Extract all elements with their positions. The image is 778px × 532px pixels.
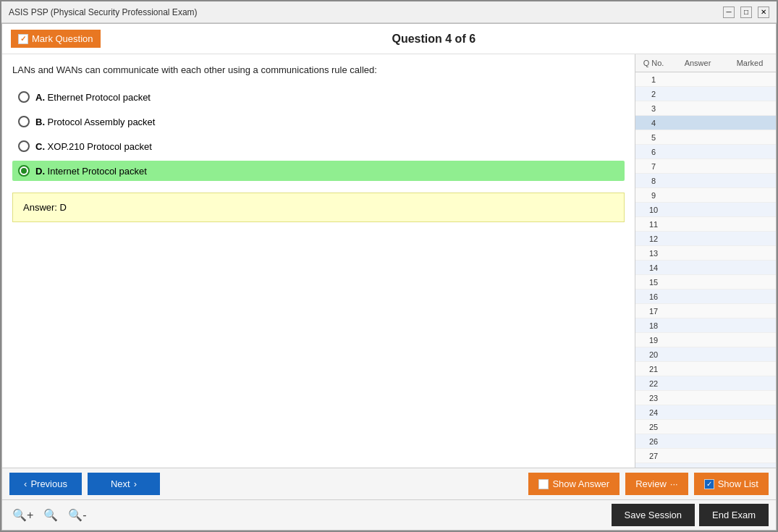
end-exam-button[interactable]: End Exam [699,504,769,526]
q-num: 1 [635,75,672,84]
save-session-button[interactable]: Save Session [612,504,695,526]
table-row[interactable]: 19 [635,333,776,347]
next-label: Next [111,478,130,489]
table-row[interactable]: 7 [635,159,776,174]
option-c[interactable]: C. XOP.210 Protocol packet [12,136,625,156]
zoom-out-button[interactable]: 🔍- [65,507,89,523]
table-row[interactable]: 22 [635,376,776,391]
table-row[interactable]: 26 [635,434,776,449]
question-text: LANs and WANs can communicate with each … [12,64,625,75]
table-row[interactable]: 11 [635,217,776,232]
q-num: 9 [635,191,672,200]
q-num: 23 [635,394,672,402]
table-row[interactable]: 16 [635,290,776,304]
option-a[interactable]: A. Ethernet Protocol packet [12,87,625,107]
answer-text: Answer: D [23,202,67,213]
table-row[interactable]: 4 [635,116,776,130]
window-title: ASIS PSP (Physical Security Professional… [9,7,198,17]
mark-question-button[interactable]: Mark Question [11,30,101,48]
q-num: 16 [635,292,672,301]
table-row[interactable]: 20 [635,347,776,362]
mark-question-label: Mark Question [32,33,93,44]
q-num: 25 [635,423,672,431]
show-list-button[interactable]: Show List [694,473,769,495]
option-d-text: D. Internet Protocol packet [35,166,147,177]
q-num: 19 [635,336,672,345]
show-list-label: Show List [718,478,758,489]
table-row[interactable]: 3 [635,101,776,116]
table-row[interactable]: 24 [635,405,776,420]
zoom-in-button[interactable]: 🔍+ [9,507,36,523]
title-bar: ASIS PSP (Physical Security Professional… [1,1,777,23]
table-row[interactable]: 9 [635,188,776,203]
mark-checkbox-icon [18,34,28,44]
close-button[interactable]: ✕ [758,7,769,18]
table-row[interactable]: 13 [635,246,776,261]
table-row[interactable]: 27 [635,449,776,463]
maximize-button[interactable]: □ [740,7,752,18]
header-qno: Q No. [635,57,672,69]
next-chevron-icon: › [134,478,137,489]
review-button[interactable]: Review ··· [625,473,688,495]
header-answer: Answer [672,57,724,69]
table-row[interactable]: 2 [635,87,776,101]
previous-button[interactable]: ‹ Previous [9,473,82,495]
review-label: Review [635,478,667,489]
table-row[interactable]: 18 [635,318,776,333]
zoom-reset-button[interactable]: 🔍 [41,507,61,523]
table-row[interactable]: 10 [635,203,776,217]
q-num: 21 [635,365,672,373]
table-row[interactable]: 6 [635,145,776,159]
show-answer-button[interactable]: Show Answer [528,473,620,495]
table-row[interactable]: 17 [635,304,776,318]
q-num: 22 [635,379,672,388]
main-window: Mark Question Question 4 of 6 LANs and W… [1,23,777,531]
radio-b[interactable] [18,116,30,127]
table-row[interactable]: 15 [635,275,776,290]
question-list[interactable]: 1234567891011121314151617181920212223242… [635,72,776,468]
previous-label: Previous [30,478,67,489]
radio-d[interactable] [18,165,30,177]
q-num: 14 [635,263,672,272]
q-num: 6 [635,148,672,156]
option-d[interactable]: D. Internet Protocol packet [12,161,625,181]
question-panel: LANs and WANs can communicate with each … [2,54,635,468]
q-num: 2 [635,90,672,98]
option-b-text: B. Protocol Assembly packet [35,117,155,127]
q-num: 8 [635,177,672,185]
bottom-toolbar: ‹ Previous Next › Show Answer Review ···… [2,468,776,499]
table-row[interactable]: 5 [635,130,776,145]
table-row[interactable]: 23 [635,391,776,405]
minimize-button[interactable]: ─ [723,7,735,18]
top-toolbar: Mark Question Question 4 of 6 [2,24,776,54]
review-dots-icon: ··· [670,478,678,489]
radio-c[interactable] [18,140,30,152]
next-button[interactable]: Next › [88,473,160,495]
table-row[interactable]: 1 [635,72,776,87]
q-num: 10 [635,206,672,214]
end-exam-label: End Exam [712,510,756,520]
table-row[interactable]: 21 [635,362,776,376]
radio-a[interactable] [18,91,30,103]
q-num: 20 [635,350,672,359]
q-num: 4 [635,119,672,127]
q-num: 26 [635,437,672,446]
table-row[interactable]: 8 [635,174,776,188]
q-num: 12 [635,235,672,243]
q-num: 24 [635,408,672,417]
show-answer-label: Show Answer [552,478,609,489]
table-row[interactable]: 14 [635,261,776,275]
options-list: A. Ethernet Protocol packet B. Protocol … [12,87,625,181]
table-row[interactable]: 12 [635,232,776,246]
question-title: Question 4 of 6 [101,33,767,46]
footer: 🔍+ 🔍 🔍- Save Session End Exam [2,499,776,530]
q-num: 3 [635,104,672,113]
q-num: 5 [635,133,672,142]
option-b[interactable]: B. Protocol Assembly packet [12,111,625,132]
table-row[interactable]: 25 [635,420,776,434]
right-panel-header: Q No. Answer Marked [635,54,776,72]
show-list-checkbox-icon [704,479,714,489]
save-session-label: Save Session [625,510,682,520]
q-num: 27 [635,452,672,460]
option-c-text: C. XOP.210 Protocol packet [35,141,152,152]
